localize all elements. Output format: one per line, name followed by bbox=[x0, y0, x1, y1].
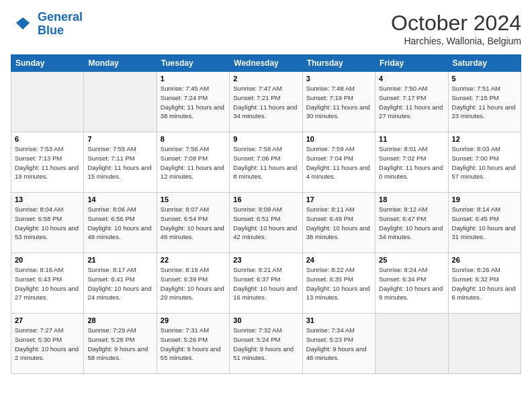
day-cell: 12Sunrise: 8:03 AM Sunset: 7:00 PM Dayli… bbox=[448, 132, 521, 193]
day-number: 30 bbox=[233, 316, 298, 324]
day-detail: Sunrise: 7:58 AM Sunset: 7:06 PM Dayligh… bbox=[233, 144, 298, 181]
day-detail: Sunrise: 7:50 AM Sunset: 7:17 PM Dayligh… bbox=[379, 84, 444, 121]
day-detail: Sunrise: 8:14 AM Sunset: 6:45 PM Dayligh… bbox=[452, 205, 517, 242]
day-cell: 17Sunrise: 8:11 AM Sunset: 6:49 PM Dayli… bbox=[302, 193, 375, 253]
day-cell: 26Sunrise: 8:26 AM Sunset: 6:32 PM Dayli… bbox=[448, 253, 521, 314]
day-cell: 10Sunrise: 7:59 AM Sunset: 7:04 PM Dayli… bbox=[302, 132, 375, 193]
day-number: 28 bbox=[87, 316, 152, 324]
day-detail: Sunrise: 7:53 AM Sunset: 7:13 PM Dayligh… bbox=[15, 144, 80, 181]
column-header-wednesday: Wednesday bbox=[230, 55, 302, 72]
day-detail: Sunrise: 8:09 AM Sunset: 6:51 PM Dayligh… bbox=[233, 205, 298, 242]
day-cell: 16Sunrise: 8:09 AM Sunset: 6:51 PM Dayli… bbox=[230, 193, 302, 253]
day-detail: Sunrise: 8:17 AM Sunset: 6:41 PM Dayligh… bbox=[87, 265, 152, 302]
day-detail: Sunrise: 8:12 AM Sunset: 6:47 PM Dayligh… bbox=[379, 205, 444, 242]
day-number: 25 bbox=[379, 256, 444, 264]
day-number: 23 bbox=[233, 256, 298, 264]
day-number: 8 bbox=[161, 135, 226, 143]
day-detail: Sunrise: 7:45 AM Sunset: 7:24 PM Dayligh… bbox=[161, 84, 226, 121]
day-number: 18 bbox=[379, 195, 444, 203]
day-detail: Sunrise: 7:29 AM Sunset: 5:28 PM Dayligh… bbox=[87, 326, 152, 363]
day-number: 1 bbox=[161, 75, 226, 83]
day-number: 7 bbox=[87, 135, 152, 143]
day-detail: Sunrise: 8:03 AM Sunset: 7:00 PM Dayligh… bbox=[452, 144, 517, 181]
day-detail: Sunrise: 7:27 AM Sunset: 5:30 PM Dayligh… bbox=[15, 326, 80, 363]
day-detail: Sunrise: 8:04 AM Sunset: 6:58 PM Dayligh… bbox=[15, 205, 80, 242]
day-cell: 18Sunrise: 8:12 AM Sunset: 6:47 PM Dayli… bbox=[375, 193, 448, 253]
day-number: 5 bbox=[452, 75, 517, 83]
day-cell: 28Sunrise: 7:29 AM Sunset: 5:28 PM Dayli… bbox=[84, 314, 157, 374]
day-detail: Sunrise: 8:01 AM Sunset: 7:02 PM Dayligh… bbox=[379, 144, 444, 181]
column-header-saturday: Saturday bbox=[448, 55, 521, 72]
day-detail: Sunrise: 8:26 AM Sunset: 6:32 PM Dayligh… bbox=[452, 265, 517, 302]
day-cell: 3Sunrise: 7:48 AM Sunset: 7:19 PM Daylig… bbox=[302, 72, 375, 132]
week-row-1: 1Sunrise: 7:45 AM Sunset: 7:24 PM Daylig… bbox=[11, 72, 521, 132]
day-number: 9 bbox=[233, 135, 298, 143]
day-cell: 23Sunrise: 8:21 AM Sunset: 6:37 PM Dayli… bbox=[230, 253, 302, 314]
column-header-monday: Monday bbox=[84, 55, 157, 72]
week-row-5: 27Sunrise: 7:27 AM Sunset: 5:30 PM Dayli… bbox=[11, 314, 521, 374]
day-number: 4 bbox=[379, 75, 444, 83]
day-cell: 6Sunrise: 7:53 AM Sunset: 7:13 PM Daylig… bbox=[11, 132, 84, 193]
day-number: 26 bbox=[452, 256, 517, 264]
day-cell: 7Sunrise: 7:55 AM Sunset: 7:11 PM Daylig… bbox=[84, 132, 157, 193]
column-header-tuesday: Tuesday bbox=[157, 55, 229, 72]
day-number: 6 bbox=[15, 135, 80, 143]
day-cell: 30Sunrise: 7:32 AM Sunset: 5:24 PM Dayli… bbox=[230, 314, 302, 374]
day-detail: Sunrise: 7:32 AM Sunset: 5:24 PM Dayligh… bbox=[233, 326, 298, 363]
day-detail: Sunrise: 7:51 AM Sunset: 7:15 PM Dayligh… bbox=[452, 84, 517, 121]
page-header: General Blue October 2024 Harchies, Wall… bbox=[11, 11, 521, 46]
day-cell: 13Sunrise: 8:04 AM Sunset: 6:58 PM Dayli… bbox=[11, 193, 84, 253]
day-cell: 20Sunrise: 8:16 AM Sunset: 6:43 PM Dayli… bbox=[11, 253, 84, 314]
day-cell bbox=[84, 72, 157, 132]
day-detail: Sunrise: 8:19 AM Sunset: 6:39 PM Dayligh… bbox=[161, 265, 226, 302]
day-number: 10 bbox=[306, 135, 371, 143]
day-cell: 14Sunrise: 8:06 AM Sunset: 6:56 PM Dayli… bbox=[84, 193, 157, 253]
day-cell: 31Sunrise: 7:34 AM Sunset: 5:23 PM Dayli… bbox=[302, 314, 375, 374]
day-detail: Sunrise: 7:48 AM Sunset: 7:19 PM Dayligh… bbox=[306, 84, 371, 121]
day-detail: Sunrise: 8:16 AM Sunset: 6:43 PM Dayligh… bbox=[15, 265, 80, 302]
day-number: 22 bbox=[161, 256, 226, 264]
day-number: 29 bbox=[161, 316, 226, 324]
day-number: 27 bbox=[15, 316, 80, 324]
title-block: October 2024 Harchies, Wallonia, Belgium bbox=[391, 11, 521, 46]
day-cell: 25Sunrise: 8:24 AM Sunset: 6:34 PM Dayli… bbox=[375, 253, 448, 314]
day-detail: Sunrise: 7:34 AM Sunset: 5:23 PM Dayligh… bbox=[306, 326, 371, 363]
day-detail: Sunrise: 8:07 AM Sunset: 6:54 PM Dayligh… bbox=[161, 205, 226, 242]
day-number: 12 bbox=[452, 135, 517, 143]
location-subtitle: Harchies, Wallonia, Belgium bbox=[391, 36, 521, 46]
day-cell: 11Sunrise: 8:01 AM Sunset: 7:02 PM Dayli… bbox=[375, 132, 448, 193]
day-cell: 15Sunrise: 8:07 AM Sunset: 6:54 PM Dayli… bbox=[157, 193, 229, 253]
month-title: October 2024 bbox=[391, 11, 521, 36]
day-detail: Sunrise: 8:06 AM Sunset: 6:56 PM Dayligh… bbox=[87, 205, 152, 242]
day-detail: Sunrise: 7:31 AM Sunset: 5:26 PM Dayligh… bbox=[161, 326, 226, 363]
day-cell: 27Sunrise: 7:27 AM Sunset: 5:30 PM Dayli… bbox=[11, 314, 84, 374]
day-number: 20 bbox=[15, 256, 80, 264]
day-number: 24 bbox=[306, 256, 371, 264]
day-cell: 5Sunrise: 7:51 AM Sunset: 7:15 PM Daylig… bbox=[448, 72, 521, 132]
day-detail: Sunrise: 8:22 AM Sunset: 6:35 PM Dayligh… bbox=[306, 265, 371, 302]
day-cell bbox=[11, 72, 84, 132]
day-cell: 22Sunrise: 8:19 AM Sunset: 6:39 PM Dayli… bbox=[157, 253, 229, 314]
day-number: 19 bbox=[452, 195, 517, 203]
day-cell: 1Sunrise: 7:45 AM Sunset: 7:24 PM Daylig… bbox=[157, 72, 229, 132]
day-cell: 8Sunrise: 7:56 AM Sunset: 7:08 PM Daylig… bbox=[157, 132, 229, 193]
day-detail: Sunrise: 7:55 AM Sunset: 7:11 PM Dayligh… bbox=[87, 144, 152, 181]
svg-marker-0 bbox=[11, 17, 35, 30]
day-number: 31 bbox=[306, 316, 371, 324]
day-number: 13 bbox=[15, 195, 80, 203]
column-header-friday: Friday bbox=[375, 55, 448, 72]
day-number: 17 bbox=[306, 195, 371, 203]
day-detail: Sunrise: 8:11 AM Sunset: 6:49 PM Dayligh… bbox=[306, 205, 371, 242]
logo-icon bbox=[11, 15, 35, 34]
column-header-sunday: Sunday bbox=[11, 55, 84, 72]
day-detail: Sunrise: 8:24 AM Sunset: 6:34 PM Dayligh… bbox=[379, 265, 444, 302]
day-cell bbox=[375, 314, 448, 374]
day-number: 15 bbox=[161, 195, 226, 203]
day-cell bbox=[448, 314, 521, 374]
logo-text: General Blue bbox=[38, 11, 83, 38]
day-number: 11 bbox=[379, 135, 444, 143]
day-number: 2 bbox=[233, 75, 298, 83]
day-detail: Sunrise: 7:47 AM Sunset: 7:21 PM Dayligh… bbox=[233, 84, 298, 121]
day-cell: 21Sunrise: 8:17 AM Sunset: 6:41 PM Dayli… bbox=[84, 253, 157, 314]
column-header-thursday: Thursday bbox=[302, 55, 375, 72]
